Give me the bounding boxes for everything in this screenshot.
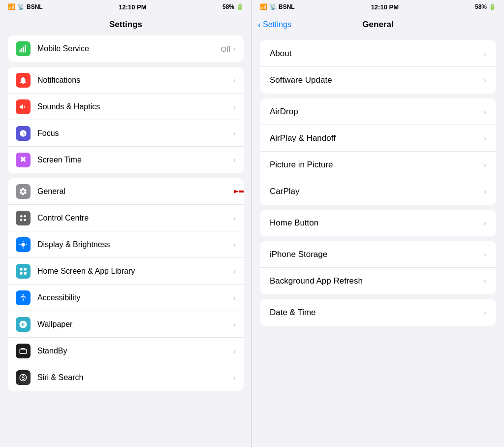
- right-wifi-icon: 📡: [269, 3, 277, 10]
- iphonestorage-chevron: ›: [484, 251, 486, 258]
- display-label: Display & Brightness: [37, 240, 233, 249]
- display-chevron: ›: [233, 241, 236, 249]
- notifications-chevron: ›: [233, 76, 236, 84]
- pip-label: Picture in Picture: [270, 160, 484, 170]
- homebutton-label: Home Button: [270, 218, 484, 228]
- notifications-label: Notifications: [37, 76, 233, 85]
- siri-row[interactable]: Siri & Search ›: [8, 364, 244, 391]
- siri-icon: [16, 370, 31, 385]
- carplay-row[interactable]: CarPlay ›: [260, 178, 496, 205]
- left-time: 12:10 PM: [119, 3, 146, 11]
- siri-chevron: ›: [233, 374, 236, 382]
- screentime-chevron: ›: [233, 156, 236, 164]
- right-battery-icon: 🔋: [489, 3, 496, 10]
- airdrop-row[interactable]: AirDrop ›: [260, 98, 496, 125]
- svg-point-9: [24, 219, 27, 221]
- homebutton-row[interactable]: Home Button ›: [260, 210, 496, 236]
- sounds-label: Sounds & Haptics: [37, 102, 233, 111]
- airplay-label: AirPlay & Handoff: [270, 133, 484, 143]
- controlcentre-icon: [16, 211, 31, 225]
- svg-rect-15: [20, 349, 27, 353]
- software-update-label: Software Update: [270, 75, 484, 85]
- airdrop-label: AirDrop: [270, 107, 484, 117]
- homescreen-label: Home Screen & App Library: [37, 267, 233, 276]
- wallpaper-chevron: ›: [233, 320, 236, 328]
- svg-rect-13: [24, 272, 27, 274]
- sounds-row[interactable]: Sounds & Haptics ›: [8, 94, 244, 120]
- general-icon: [16, 184, 31, 199]
- left-status-bar: 📶 📡 BSNL 12:10 PM 58% 🔋: [0, 0, 252, 14]
- backgroundapprefresh-chevron: ›: [484, 277, 486, 285]
- display-row[interactable]: Display & Brightness ›: [8, 231, 244, 258]
- mobile-service-label: Mobile Service: [37, 44, 221, 53]
- left-page-title: Settings: [109, 20, 142, 30]
- left-battery-pct: 58%: [222, 3, 234, 10]
- svg-rect-3: [25, 45, 26, 53]
- svg-rect-12: [20, 272, 22, 274]
- standby-row[interactable]: StandBy ›: [8, 338, 244, 364]
- airdrop-chevron: ›: [484, 108, 486, 116]
- sounds-icon: [16, 99, 31, 114]
- section-datetime: Date & Time ›: [260, 299, 496, 326]
- general-red-arrow: [234, 183, 244, 200]
- right-page-title: General: [362, 20, 393, 30]
- homescreen-icon: [16, 264, 31, 279]
- focus-icon: [16, 126, 31, 141]
- software-update-chevron: ›: [484, 76, 486, 84]
- back-label: Settings: [263, 20, 291, 29]
- software-update-row[interactable]: Software Update ›: [260, 67, 496, 94]
- wallpaper-icon: [16, 317, 31, 332]
- left-wifi-icon: 📡: [17, 3, 25, 10]
- sounds-chevron: ›: [233, 103, 236, 111]
- section-homebutton: Home Button ›: [260, 210, 496, 236]
- datetime-chevron: ›: [484, 309, 486, 317]
- back-button[interactable]: ‹ Settings: [258, 20, 291, 30]
- homescreen-row[interactable]: Home Screen & App Library ›: [8, 258, 244, 285]
- controlcentre-row[interactable]: Control Centre ›: [8, 205, 244, 231]
- display-icon: [16, 237, 31, 252]
- svg-rect-2: [23, 47, 24, 53]
- backgroundapprefresh-row[interactable]: Background App Refresh ›: [260, 268, 496, 294]
- left-carrier: BSNL: [27, 3, 43, 10]
- left-signal-icon: 📶: [8, 3, 15, 10]
- carplay-label: CarPlay: [270, 187, 484, 196]
- mobile-service-row[interactable]: Mobile Service Off ›: [8, 35, 244, 62]
- svg-point-6: [20, 215, 23, 218]
- wallpaper-row[interactable]: Wallpaper ›: [8, 311, 244, 338]
- accessibility-label: Accessibility: [37, 293, 233, 302]
- right-status-left: 📶 📡 BSNL: [260, 3, 295, 10]
- left-status-left: 📶 📡 BSNL: [8, 3, 43, 10]
- iphonestorage-row[interactable]: iPhone Storage ›: [260, 241, 496, 268]
- accessibility-row[interactable]: Accessibility ›: [8, 285, 244, 311]
- svg-point-7: [24, 215, 27, 218]
- focus-row[interactable]: Focus ›: [8, 120, 244, 147]
- controlcentre-label: Control Centre: [37, 214, 233, 223]
- svg-point-8: [20, 219, 23, 221]
- notifications-row[interactable]: Notifications ›: [8, 67, 244, 94]
- airplay-chevron: ›: [484, 134, 486, 142]
- airplay-row[interactable]: AirPlay & Handoff ›: [260, 125, 496, 152]
- section-airdrop: AirDrop › AirPlay & Handoff › Picture in…: [260, 98, 496, 205]
- about-row[interactable]: About ›: [260, 40, 496, 67]
- svg-point-14: [23, 294, 24, 295]
- section-notifications: Notifications › Sounds & Haptics › Focus…: [8, 67, 244, 173]
- right-scroll: About › Software Update ›: [252, 35, 504, 447]
- backgroundapprefresh-label: Background App Refresh: [270, 276, 484, 286]
- right-time: 12:10 PM: [371, 3, 399, 11]
- focus-chevron: ›: [233, 129, 236, 137]
- general-row[interactable]: General ›: [8, 178, 244, 205]
- screentime-row[interactable]: Screen Time ›: [8, 147, 244, 173]
- focus-label: Focus: [37, 129, 233, 138]
- section-about: About › Software Update ›: [260, 40, 496, 94]
- datetime-row[interactable]: Date & Time ›: [260, 299, 496, 326]
- pip-chevron: ›: [484, 161, 486, 169]
- right-panel: 📶 📡 BSNL 12:10 PM 58% 🔋 ‹ Settings Gener…: [252, 0, 504, 447]
- right-status-bar: 📶 📡 BSNL 12:10 PM 58% 🔋: [252, 0, 504, 14]
- siri-label: Siri & Search: [37, 373, 233, 382]
- right-status-right: 58% 🔋: [475, 3, 496, 10]
- pip-row[interactable]: Picture in Picture ›: [260, 152, 496, 178]
- mobile-service-chevron: ›: [233, 45, 236, 53]
- standby-icon: [16, 344, 31, 358]
- carplay-chevron: ›: [484, 188, 486, 195]
- notifications-icon: [16, 73, 31, 88]
